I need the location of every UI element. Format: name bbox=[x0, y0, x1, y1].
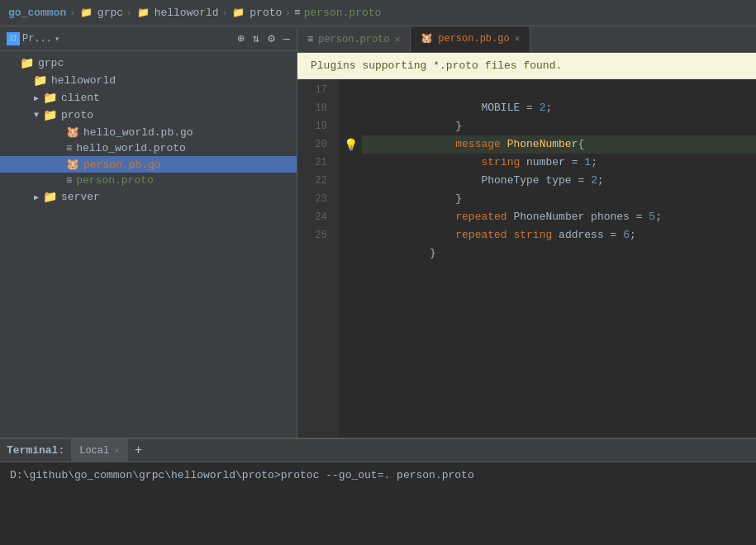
terminal-tab-close[interactable]: ✕ bbox=[114, 445, 120, 456]
tab-person-proto[interactable]: ≡ person.proto ✕ bbox=[297, 26, 411, 52]
terminal-tabs: Terminal: Local ✕ + bbox=[0, 439, 756, 462]
breadcrumb-proto: proto bbox=[250, 7, 282, 19]
gear-icon[interactable]: ⚙ bbox=[268, 31, 274, 45]
tree-item-person-proto[interactable]: ≡ person.proto bbox=[0, 173, 297, 188]
breadcrumb-chevron-3: › bbox=[222, 8, 228, 18]
terminal-area: Terminal: Local ✕ + D:\github\go_common\… bbox=[0, 438, 756, 545]
gutter-21 bbox=[339, 154, 362, 172]
folder-icon-server: 📁 bbox=[43, 190, 57, 204]
go-file-icon-1: 🐹 bbox=[66, 126, 79, 139]
gutter-18 bbox=[339, 99, 362, 117]
tree-item-grpc[interactable]: 📁 grpc bbox=[0, 54, 297, 72]
terminal-tab-local[interactable]: Local ✕ bbox=[71, 439, 128, 462]
ln-24: 24 bbox=[297, 208, 332, 226]
editor-area: ≡ person.proto ✕ 🐹 person.pb.go ✕ Plugin… bbox=[297, 26, 756, 438]
chevron-down-icon: ▾ bbox=[55, 34, 59, 44]
line-numbers: 17 18 19 20 21 22 23 24 25 bbox=[297, 79, 339, 438]
terminal-content[interactable]: D:\github\go_common\grpc\helloworld\prot… bbox=[0, 462, 756, 545]
tab-close-person-pb-go[interactable]: ✕ bbox=[515, 33, 521, 44]
proto-tab-icon: ≡ bbox=[307, 34, 313, 45]
tab-close-person-proto[interactable]: ✕ bbox=[395, 34, 401, 45]
ln-25: 25 bbox=[297, 226, 332, 244]
bulb-icon[interactable]: 💡 bbox=[344, 138, 358, 152]
folder-icon-grpc: 📁 bbox=[20, 56, 34, 70]
sidebar: □ Pr... ▾ ⊕ ⇅ ⚙ — 📁 grpc 📁 hellow bbox=[0, 26, 297, 438]
go-tab-icon: 🐹 bbox=[421, 32, 433, 45]
tree-item-helloworld[interactable]: 📁 helloworld bbox=[0, 72, 297, 89]
code-line-17: MOBILE = 2; bbox=[362, 81, 756, 99]
tree-item-proto[interactable]: ▼ 📁 proto bbox=[0, 107, 297, 124]
ln-22: 22 bbox=[297, 172, 332, 190]
sidebar-toolbar: □ Pr... ▾ ⊕ ⇅ ⚙ — bbox=[0, 26, 297, 51]
folder-icon-1: 📁 bbox=[80, 7, 93, 19]
tree-label-server: server bbox=[61, 191, 100, 203]
tab-label-person-pb-go: person.pb.go bbox=[438, 33, 509, 45]
proto-icon-breadcrumb: ≡ bbox=[294, 7, 301, 19]
ln-18: 18 bbox=[297, 99, 332, 117]
folder-icon-proto: 📁 bbox=[43, 108, 57, 122]
breadcrumb-project[interactable]: go_common bbox=[8, 7, 66, 19]
tree-label-helloworld: helloworld bbox=[51, 74, 116, 87]
proto-file-icon-1: ≡ bbox=[66, 143, 72, 154]
breadcrumb-chevron-2: › bbox=[126, 8, 132, 18]
tree-label-client: client bbox=[61, 92, 100, 104]
minus-icon[interactable]: — bbox=[283, 32, 290, 45]
tree-label-proto: proto bbox=[61, 109, 93, 121]
breadcrumb-chevron-4: › bbox=[285, 8, 291, 18]
go-file-icon-2: 🐹 bbox=[66, 158, 79, 171]
gutter-20[interactable]: 💡 bbox=[339, 135, 362, 154]
terminal-add-icon[interactable]: + bbox=[128, 443, 150, 458]
tab-person-pb-go[interactable]: 🐹 person.pb.go ✕ bbox=[411, 26, 530, 52]
file-tree: 📁 grpc 📁 helloworld ▶ 📁 client ▼ 📁 proto bbox=[0, 51, 297, 438]
tree-item-hello-pb-go[interactable]: 🐹 hello_world.pb.go bbox=[0, 124, 297, 140]
code-gutter: 💡 bbox=[339, 79, 362, 438]
ln-17: 17 bbox=[297, 81, 332, 99]
proto-file-icon-2: ≡ bbox=[66, 175, 72, 187]
gutter-19 bbox=[339, 117, 362, 135]
breadcrumb-chevron-1: › bbox=[69, 8, 75, 18]
plugin-notice-text: Plugins supporting *.proto files found. bbox=[311, 59, 562, 72]
tree-item-client[interactable]: ▶ 📁 client bbox=[0, 89, 297, 107]
breadcrumb-file: person.proto bbox=[304, 7, 382, 19]
tab-bar: ≡ person.proto ✕ 🐹 person.pb.go ✕ bbox=[297, 26, 756, 53]
ln-19: 19 bbox=[297, 117, 332, 135]
gutter-22 bbox=[339, 172, 362, 190]
tree-item-hello-proto[interactable]: ≡ hello_world.proto bbox=[0, 140, 297, 156]
terminal-label: Terminal: bbox=[7, 444, 64, 457]
breadcrumb-helloworld: helloworld bbox=[155, 7, 219, 19]
tree-label-hello-pb-go: hello_world.pb.go bbox=[83, 126, 193, 139]
project-icon: □ bbox=[7, 32, 20, 45]
sort-icon[interactable]: ⇅ bbox=[253, 31, 259, 45]
gutter-25 bbox=[339, 226, 362, 244]
project-label: Pr... bbox=[22, 33, 52, 45]
tree-label-person-pb-go: person.pb.go bbox=[83, 159, 161, 171]
code-editor[interactable]: 17 18 19 20 21 22 23 24 25 💡 bbox=[297, 79, 756, 438]
gutter-24 bbox=[339, 208, 362, 226]
chevron-proto: ▼ bbox=[30, 111, 43, 120]
chevron-server: ▶ bbox=[30, 192, 43, 202]
main-area: □ Pr... ▾ ⊕ ⇅ ⚙ — 📁 grpc 📁 hellow bbox=[0, 26, 756, 438]
breadcrumb-grpc: grpc bbox=[97, 7, 123, 19]
gutter-23 bbox=[339, 190, 362, 208]
chevron-client: ▶ bbox=[30, 93, 43, 103]
folder-icon-helloworld: 📁 bbox=[33, 73, 47, 88]
folder-icon-3: 📁 bbox=[232, 7, 245, 19]
ln-20: 20 bbox=[297, 135, 332, 154]
add-icon[interactable]: ⊕ bbox=[237, 31, 244, 45]
project-label-container: □ Pr... ▾ bbox=[7, 32, 59, 45]
terminal-command: D:\github\go_common\grpc\helloworld\prot… bbox=[10, 469, 474, 481]
gutter-17 bbox=[339, 81, 362, 99]
code-content[interactable]: MOBILE = 2; } message PhoneNumber{ strin… bbox=[362, 79, 756, 438]
ln-21: 21 bbox=[297, 154, 332, 172]
plugin-notice: Plugins supporting *.proto files found. bbox=[297, 53, 756, 79]
terminal-tab-local-label: Local bbox=[79, 445, 109, 457]
sidebar-toolbar-icons: ⊕ ⇅ ⚙ — bbox=[237, 31, 290, 45]
tree-label-person-proto: person.proto bbox=[76, 174, 154, 187]
tree-item-server[interactable]: ▶ 📁 server bbox=[0, 188, 297, 206]
folder-icon-2: 📁 bbox=[137, 7, 150, 19]
tree-item-person-pb-go[interactable]: 🐹 person.pb.go bbox=[0, 156, 297, 173]
tree-label-hello-proto: hello_world.proto bbox=[76, 142, 186, 154]
tab-label-person-proto: person.proto bbox=[318, 34, 389, 45]
title-bar: go_common › 📁 grpc › 📁 helloworld › 📁 pr… bbox=[0, 0, 756, 26]
ln-23: 23 bbox=[297, 190, 332, 208]
